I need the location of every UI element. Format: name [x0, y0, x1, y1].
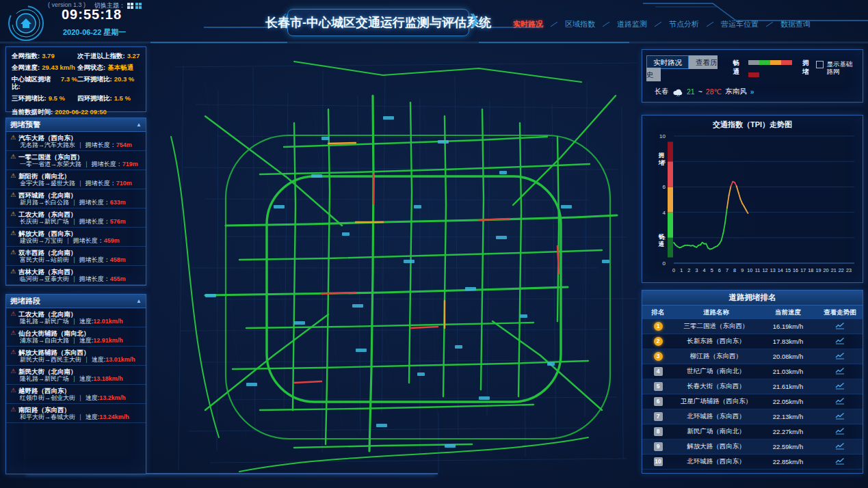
value-label: 速度: — [86, 414, 100, 420]
theme-grid-icon-light[interactable] — [127, 3, 133, 9]
value: 459m — [104, 237, 120, 244]
road-name-cell: 北环城路（东向西） — [674, 412, 759, 421]
list-item[interactable]: ⚠南阳路（东向西）和平大街→春城大街｜速度:13.24km/h — [6, 404, 146, 423]
home-logo[interactable] — [7, 4, 45, 42]
congested-list: ⚠工农大路（北向南）隆礼路→新民广场｜速度:12.01km/h⚠仙台大街辅路（南… — [6, 308, 146, 474]
trend-chart-icon[interactable] — [817, 412, 863, 421]
value-label: 速度: — [79, 375, 94, 382]
ranking-row[interactable]: 1三零二国道（东向西）16.19km/h — [642, 319, 863, 334]
road-name: 新阳街（南向北） — [18, 172, 70, 180]
tab-realtime[interactable]: 实时路况 — [646, 55, 689, 69]
trend-chart-icon[interactable] — [817, 367, 863, 376]
list-item[interactable]: ⚠新民大街（北向南）隆礼路→新民广场｜速度:13.18km/h — [6, 366, 146, 385]
legend-color-block — [770, 60, 781, 65]
item-title-row: ⚠汽车大路（西向东） — [10, 134, 142, 141]
trend-chart-icon[interactable] — [817, 337, 863, 346]
stat-item: 二环拥堵比:20.3 % — [77, 75, 140, 90]
value-label: 拥堵长度： — [73, 237, 104, 244]
ranking-row[interactable]: 7北环城路（东向西）22.13km/h — [642, 409, 863, 424]
road-name-cell: 世纪广场（南向北） — [674, 367, 759, 376]
legend-color-block — [781, 60, 792, 65]
ranking-row[interactable]: 9解放大路（西向东）22.59km/h — [642, 439, 863, 455]
list-item[interactable]: ⚠一零二国道（东向西）一零一省道→东荣大路｜拥堵长度：719m — [6, 151, 146, 170]
nav-item-4[interactable]: 节点分析 — [669, 19, 699, 29]
item-title-row: ⚠工农大路（东向西） — [10, 211, 142, 218]
list-item[interactable]: ⚠解放大路（西向东）建设街→万宝街｜拥堵长度：459m — [6, 228, 146, 247]
ranking-row[interactable]: 4世纪广场（南向北）21.03km/h — [642, 364, 863, 379]
value: 458m — [110, 256, 126, 263]
collapse-icon[interactable]: ▲ — [136, 298, 142, 304]
list-item[interactable]: ⚠新阳街（南向北）金宇大路→盛世大路｜拥堵长度：710m — [6, 170, 146, 189]
road-name: 一零二国道（东向西） — [18, 153, 83, 161]
collapse-icon[interactable]: ▲ — [136, 122, 142, 128]
svg-text:6: 6 — [718, 267, 721, 273]
road-name-cell: 卫星广场辅路（西向东） — [674, 397, 759, 406]
ranking-body: 1三零二国道（东向西）16.19km/h2长新东路（西向东）17.83km/h3… — [642, 319, 863, 470]
list-item[interactable]: ⚠解放大路辅路（东向西）新民大街→西民主大街｜速度:13.01km/h — [6, 347, 146, 366]
list-item[interactable]: ⚠工农大路（东向西）长庆街→新民广场｜拥堵长度：576m — [6, 208, 146, 228]
list-item[interactable]: ⚠越野路（西向东）红领巾街→创业大街｜速度:13.2km/h — [6, 385, 146, 404]
trend-chart-icon[interactable] — [817, 322, 863, 331]
speed-cell: 21.61km/h — [759, 383, 817, 390]
ranking-row[interactable]: 6卫星广场辅路（西向东）22.05km/h — [642, 394, 863, 409]
tpi-trend-chart: 交通指数（TPI）走势图0246810拥堵畅通01234567891011121… — [642, 116, 863, 282]
separator: ｜ — [71, 199, 77, 206]
theme-grid-icon-cyan[interactable] — [135, 3, 142, 9]
trend-chart-icon[interactable] — [817, 457, 863, 466]
traffic-dashboard: ( version 1.3 ) 切换主题： 09:55:18 2020-06-2… — [0, 0, 868, 488]
ranking-row[interactable]: 3柳江路（东向西）20.08km/h — [642, 349, 863, 364]
rank-badge: 9 — [654, 442, 663, 451]
nav-item-1[interactable]: 实时路况 — [513, 19, 543, 29]
list-item[interactable]: ⚠汽车大路（西向东）无名路→汽车大路东｜拥堵长度：754m — [6, 132, 146, 151]
separator: ｜ — [71, 375, 77, 382]
item-title-row: ⚠西环城路（北向南） — [10, 191, 142, 199]
ranking-row[interactable]: 5长春大街（东向西）21.61km/h — [642, 379, 863, 394]
trend-chart-icon[interactable] — [817, 442, 863, 451]
weather-more-arrow[interactable]: » — [750, 87, 754, 96]
show-base-network-checkbox[interactable] — [816, 61, 824, 68]
value-label: 拥堵长度： — [92, 161, 122, 167]
warning-list: ⚠汽车大路（西向东）无名路→汽车大路东｜拥堵长度：754m⚠一零二国道（东向西）… — [6, 132, 146, 286]
item-title-row: ⚠新阳街（南向北） — [10, 172, 142, 180]
list-item[interactable]: ⚠仙台大街辅路（南向北）浦东路→自由大路｜速度:12.91km/h — [6, 327, 146, 347]
warning-triangle-icon: ⚠ — [10, 173, 16, 179]
segment: 长庆街→新民广场 — [20, 218, 69, 225]
stat-value: 29.43 km/h — [42, 64, 75, 71]
list-item[interactable]: ⚠工农大路（北向南）隆礼路→新民广场｜速度:12.01km/h — [6, 308, 146, 327]
legend-color-blocks — [748, 55, 799, 80]
trend-chart-icon[interactable] — [817, 352, 863, 361]
nav-item-2[interactable]: 区域指数 — [565, 19, 595, 29]
list-item[interactable]: ⚠吉林大路（东向西）临河街→亚泰大街｜拥堵长度：455m — [6, 266, 146, 285]
alert-triangle-icon: ⚠ — [10, 330, 16, 336]
list-item[interactable]: ⚠西环城路（北向南）新月路→长白公路｜拥堵长度：633m — [6, 189, 146, 208]
rank-cell: 8 — [642, 427, 674, 436]
value: 710m — [116, 180, 132, 187]
ranking-row[interactable]: 10北环城路（西向东）22.85km/h — [642, 455, 863, 470]
separator: ｜ — [71, 318, 77, 325]
svg-text:19: 19 — [815, 267, 821, 273]
legend-color-block — [748, 60, 759, 65]
list-item[interactable]: ⚠双丰西路（北向南）富民大街→站前街｜拥堵长度：458m — [6, 247, 146, 266]
list-item[interactable]: ⚠南湖大路（东向西）南湖新村中街→南湖广场｜拥堵长度：438m — [6, 285, 146, 286]
separator: ｜ — [77, 180, 83, 187]
road-name: 工农大路（东向西） — [18, 211, 77, 218]
rank-badge: 4 — [654, 367, 663, 376]
svg-text:交通指数（TPI）走势图: 交通指数（TPI）走势图 — [712, 120, 792, 129]
trend-chart-icon[interactable] — [817, 382, 863, 391]
nav-separator — [603, 22, 609, 27]
road-name-cell: 长新东路（西向东） — [674, 337, 759, 346]
ranking-row[interactable]: 8新民广场（南向北）22.27km/h — [642, 424, 863, 439]
nav-item-3[interactable]: 道路监测 — [617, 19, 647, 29]
road-name-cell: 长春大街（东向西） — [674, 382, 759, 391]
stat-value: 3.79 — [42, 52, 55, 59]
svg-text:12: 12 — [763, 267, 768, 273]
app-title-box: 长春市-中心城区交通运行监测与评估系统 — [287, 9, 469, 36]
road-ranking-panel: 道路拥堵排名 排名道路名称当前速度查看走势图 1三零二国道（东向西）16.19k… — [642, 290, 863, 474]
nav-item-5[interactable]: 营运车位置 — [721, 19, 759, 29]
ranking-row[interactable]: 2长新东路（西向东）17.83km/h — [642, 334, 863, 349]
nav-item-6[interactable]: 数据查询 — [780, 19, 811, 29]
value: 12.91km/h — [93, 337, 123, 344]
trend-chart-icon[interactable] — [817, 397, 863, 406]
rank-cell: 2 — [642, 337, 674, 346]
trend-chart-icon[interactable] — [817, 427, 863, 436]
